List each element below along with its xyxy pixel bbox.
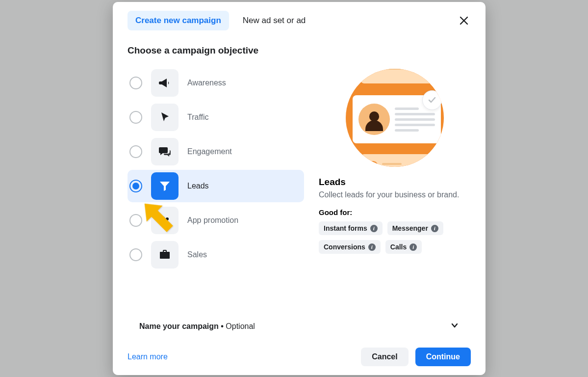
info-icon[interactable]: i <box>368 243 376 251</box>
radio-app-promotion[interactable] <box>129 214 142 227</box>
radio-engagement[interactable] <box>129 145 142 158</box>
funnel-icon <box>151 172 179 200</box>
people-icon <box>151 207 179 234</box>
radio-sales[interactable] <box>129 248 142 261</box>
tab-new-adset-or-ad[interactable]: New ad set or ad <box>235 11 314 30</box>
close-button[interactable] <box>457 14 471 27</box>
objective-sales[interactable]: Sales <box>128 239 304 271</box>
objective-label: Engagement <box>187 147 232 156</box>
continue-button[interactable]: Continue <box>415 348 471 366</box>
tab-create-new-campaign[interactable]: Create new campaign <box>128 11 229 30</box>
close-icon <box>459 16 469 26</box>
objective-label: Sales <box>187 250 207 259</box>
objective-traffic[interactable]: Traffic <box>128 101 304 134</box>
objective-label: App promotion <box>187 216 238 225</box>
briefcase-icon <box>151 241 179 269</box>
good-for-tags: Instant formsi Messengeri Conversionsi C… <box>319 221 471 254</box>
tag-instant-forms: Instant formsi <box>319 221 383 235</box>
check-icon <box>422 90 442 110</box>
svg-point-1 <box>166 217 169 220</box>
tag-conversions: Conversionsi <box>319 240 381 254</box>
chevron-down-icon <box>450 321 459 332</box>
good-for-label: Good for: <box>319 208 471 216</box>
objective-label: Awareness <box>187 79 226 87</box>
leads-illustration <box>346 69 444 167</box>
tag-messenger: Messengeri <box>387 221 443 235</box>
chat-icon <box>151 138 179 165</box>
objective-app-promotion[interactable]: App promotion <box>128 204 304 237</box>
objective-detail: Leads Collect leads for your business or… <box>319 67 471 304</box>
section-title: Choose a campaign objective <box>128 45 471 56</box>
cursor-icon <box>151 104 179 131</box>
cancel-button[interactable]: Cancel <box>361 348 408 366</box>
radio-awareness[interactable] <box>129 77 142 89</box>
objective-awareness[interactable]: Awareness <box>128 67 304 99</box>
objective-engagement[interactable]: Engagement <box>128 135 304 168</box>
detail-title: Leads <box>319 177 471 188</box>
objective-list: Awareness Traffic Engagement <box>128 67 304 304</box>
create-campaign-modal: Create new campaign New ad set or ad Cho… <box>113 2 486 375</box>
modal-header: Create new campaign New ad set or ad <box>128 11 471 30</box>
info-icon[interactable]: i <box>409 243 417 251</box>
radio-traffic[interactable] <box>129 111 142 124</box>
objective-label: Traffic <box>187 113 209 122</box>
modal-footer: Learn more Cancel Continue <box>128 346 471 366</box>
info-icon[interactable]: i <box>431 225 438 232</box>
megaphone-icon <box>151 69 179 97</box>
tag-calls: Callsi <box>385 240 422 254</box>
svg-point-0 <box>161 216 165 220</box>
detail-description: Collect leads for your business or brand… <box>319 190 471 199</box>
info-icon[interactable]: i <box>370 225 378 232</box>
objective-leads[interactable]: Leads <box>128 170 304 202</box>
learn-more-link[interactable]: Learn more <box>128 352 168 361</box>
objective-label: Leads <box>187 182 209 190</box>
name-campaign-row[interactable]: Name your campaign • Optional <box>128 314 471 339</box>
radio-leads[interactable] <box>129 180 142 192</box>
